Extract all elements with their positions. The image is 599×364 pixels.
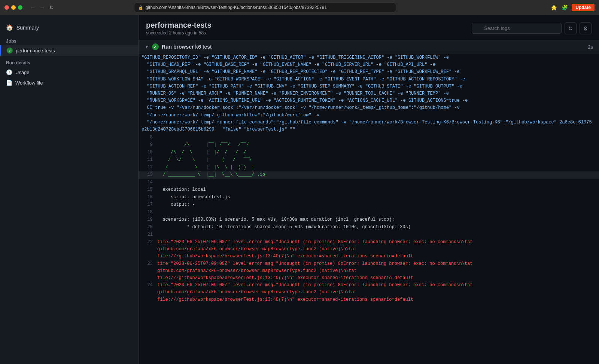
browser-chrome: ← → ↻ 🔒 github.com/Anshita-Bhasin/Browse… [0, 0, 599, 15]
line-content: /\ |‾‾| /‾‾/ /‾‾/ [157, 141, 599, 149]
log-line: 21 [139, 231, 599, 239]
line-number: 16 [139, 194, 157, 201]
job-header-right: 🔍 ↻ ⚙ [472, 22, 592, 34]
line-number: 20 [139, 224, 157, 231]
line-content: time="2023-06-25T07:09:00Z" level=error … [157, 239, 599, 260]
line-number: 15 [139, 186, 157, 194]
line-number: 9 [139, 141, 157, 149]
log-line: 12 / \ | |\ \ | (‾) | [139, 164, 599, 171]
line-content: output: - [157, 201, 599, 209]
log-line: 18 [139, 209, 599, 216]
log-line: 16 script: browserTest.js [139, 194, 599, 201]
update-button[interactable]: Update [572, 4, 595, 11]
step-chevron-icon: ▼ [145, 44, 149, 49]
sidebar-workflow-item[interactable]: 📄 Workflow file [0, 77, 138, 88]
line-number: 23 [139, 260, 157, 282]
window-controls [4, 5, 22, 10]
search-logs-input[interactable] [472, 23, 562, 34]
line-number: 24 [139, 282, 157, 303]
line-number: 22 [139, 239, 157, 260]
sidebar-jobs-section: Jobs [0, 34, 138, 45]
line-content [157, 209, 599, 216]
reload-button[interactable]: ↻ [48, 4, 55, 11]
sidebar-usage-label: Usage [15, 70, 30, 75]
forward-button[interactable]: → [38, 4, 46, 11]
sidebar-job-label: performance-tests [16, 48, 55, 53]
search-wrapper: 🔍 [472, 23, 562, 34]
step-title: Run browser k6 test [162, 44, 585, 50]
sidebar-workflow-label: Workflow file [15, 80, 43, 86]
sidebar-job-item[interactable]: ✓ performance-tests [0, 45, 138, 56]
log-line: 15 execution: local [139, 186, 599, 194]
settings-icon: ⚙ [583, 25, 588, 31]
log-header-block: "GITHUB_REPOSITORY_ID" -e "GITHUB_ACTOR_… [139, 53, 599, 134]
job-status-check: ✓ [7, 48, 13, 53]
step-duration: 2s [588, 44, 593, 50]
log-line: 9 /\ |‾‾| /‾‾/ /‾‾/ [139, 141, 599, 149]
line-number: 11 [139, 156, 157, 164]
log-lines-numbered: 89 /\ |‾‾| /‾‾/ /‾‾/10 /\ / \ | |/ / / /… [139, 134, 599, 303]
line-content: scenarios: (100.00%) 1 scenario, 5 max V… [157, 216, 599, 224]
line-content: time="2023-06-25T07:09:00Z" level=error … [157, 282, 599, 303]
sidebar-summary-label: Summary [16, 25, 39, 31]
line-content: time="2023-06-25T07:09:00Z" level=error … [157, 260, 599, 282]
log-line: 14 [139, 179, 599, 186]
job-title: performance-tests [146, 21, 212, 30]
log-header-content: "GITHUB_REPOSITORY_ID" -e "GITHUB_ACTOR_… [139, 53, 599, 134]
main-layout: 🏠 Summary Jobs ✓ performance-tests Run d… [0, 15, 599, 364]
sidebar-run-details-title: Run details [0, 56, 138, 67]
sidebar: 🏠 Summary Jobs ✓ performance-tests Run d… [0, 15, 139, 364]
log-line: 11 / \/ \ | ( / ‾‾\ [139, 156, 599, 164]
close-button[interactable] [4, 5, 9, 10]
line-number: 8 [139, 134, 157, 141]
sidebar-summary-link[interactable]: 🏠 Summary [0, 21, 138, 34]
home-icon: 🏠 [6, 24, 13, 31]
nav-arrows: ← → ↻ [28, 4, 55, 11]
line-content: script: browserTest.js [157, 194, 599, 201]
log-line: 23time="2023-06-25T07:09:00Z" level=erro… [139, 260, 599, 282]
browser-action-btn[interactable]: ⭐ [550, 4, 558, 11]
sidebar-usage-item[interactable]: 🕐 Usage [0, 67, 138, 77]
log-line: 10 /\ / \ | |/ / / / [139, 149, 599, 156]
log-line: 17 output: - [139, 201, 599, 209]
log-line: 24time="2023-06-25T07:09:00Z" level=erro… [139, 282, 599, 303]
settings-button[interactable]: ⚙ [580, 22, 592, 34]
refresh-button[interactable]: ↻ [565, 22, 577, 34]
line-number: 13 [139, 171, 157, 179]
url-text: github.com/Anshita-Bhasin/Browser-Testin… [146, 5, 327, 10]
back-button[interactable]: ← [28, 4, 37, 11]
browser-actions: ⭐ 🧩 Update [550, 4, 595, 11]
log-line: 8 [139, 134, 599, 141]
address-bar[interactable]: 🔒 github.com/Anshita-Bhasin/Browser-Test… [134, 3, 396, 12]
line-content: execution: local [157, 186, 599, 194]
job-header: performance-tests succeeded 2 hours ago … [139, 15, 599, 40]
clock-icon: 🕐 [6, 69, 12, 75]
line-number: 10 [139, 149, 157, 156]
line-content [157, 231, 599, 239]
minimize-button[interactable] [11, 5, 16, 10]
step-header[interactable]: ▼ ✓ Run browser k6 test 2s [139, 40, 599, 53]
line-number: 12 [139, 164, 157, 171]
browser-extensions-btn[interactable]: 🧩 [561, 4, 569, 11]
log-content: ▼ ✓ Run browser k6 test 2s "GITHUB_REPOS… [139, 40, 599, 364]
line-content [157, 134, 599, 141]
line-number: 19 [139, 216, 157, 224]
line-content: /\ / \ | |/ / / / [157, 149, 599, 156]
line-content: / __________ \ |__| \__\ \_____/ .io [157, 171, 599, 179]
log-lines-container: "GITHUB_REPOSITORY_ID" -e "GITHUB_ACTOR_… [139, 53, 599, 303]
line-number: 17 [139, 201, 157, 209]
step-status-check: ✓ [152, 43, 159, 50]
lock-icon: 🔒 [138, 5, 143, 10]
log-line: 22time="2023-06-25T07:09:00Z" level=erro… [139, 239, 599, 260]
log-line: 19 scenarios: (100.00%) 1 scenario, 5 ma… [139, 216, 599, 224]
line-number: 21 [139, 231, 157, 239]
file-icon: 📄 [6, 80, 12, 86]
maximize-button[interactable] [18, 5, 22, 10]
line-content: * default: 10 iterations shared among 5 … [157, 224, 599, 231]
line-number: 14 [139, 179, 157, 186]
content-area: performance-tests succeeded 2 hours ago … [139, 15, 599, 364]
line-number: 18 [139, 209, 157, 216]
log-line: 20 * default: 10 iterations shared among… [139, 224, 599, 231]
line-content [157, 179, 599, 186]
line-content: / \ | |\ \ | (‾) | [157, 164, 599, 171]
